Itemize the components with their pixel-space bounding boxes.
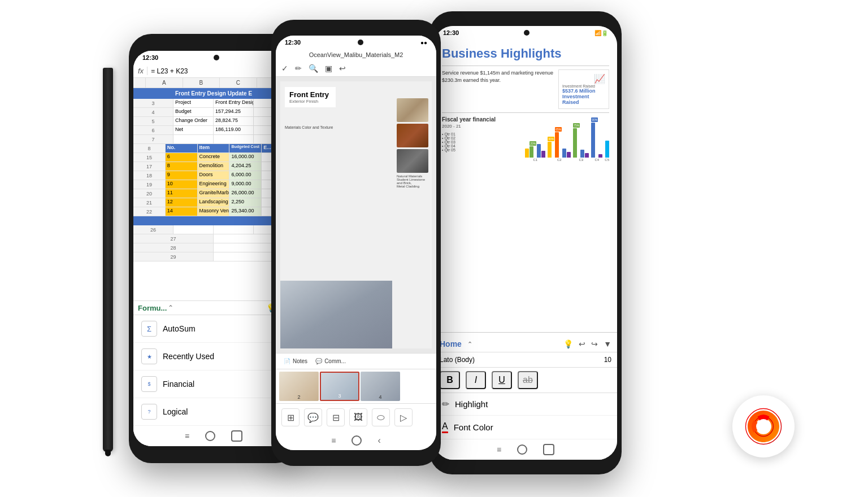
comment-icon[interactable]: 💬	[304, 408, 322, 426]
thumb-3[interactable]: 4	[361, 372, 400, 401]
home-bar-mid: ≡ ‹	[276, 431, 436, 450]
menu-item-autosum[interactable]: Σ AutoSum	[133, 315, 294, 343]
menu-item-financial[interactable]: $ Financial	[133, 370, 294, 398]
ppt-bottom-toolbar: ⊞ 💬 ⊟ 🖼 ⬭ ▷	[276, 403, 436, 431]
phone-word: 12:30 📶🔋 Business Highlights	[429, 11, 622, 474]
table-row: 18 9 Doors 6,000.00	[133, 171, 294, 180]
menu-item-logical[interactable]: ? Logical	[133, 398, 294, 426]
search-icon[interactable]: 🔍	[309, 64, 318, 73]
font-size[interactable]: 10	[604, 356, 611, 364]
table-icon[interactable]: ⊞	[281, 408, 300, 426]
word-doc-title: Business Highlights	[442, 46, 609, 61]
slide-main[interactable]: Front Entry Exterior Finish Materials Co…	[280, 81, 432, 348]
col-headers: A B C J	[133, 78, 294, 88]
italic-button[interactable]: I	[466, 371, 486, 389]
formula-bar[interactable]: fx = L23 + K23	[133, 64, 294, 78]
quarter-labels: • Qtr 01 • Qtr 02 • Qtr 03 • Qtr 04 • Qt…	[442, 132, 520, 152]
comments-button[interactable]: 💬 Comm...	[315, 358, 346, 364]
image-icon[interactable]: 🖼	[349, 408, 367, 426]
bar-label-c4: C4	[594, 158, 599, 162]
bar-label-c2: C2	[557, 158, 562, 162]
bar-group-c1: 20%	[525, 116, 545, 162]
lightbulb-icon-word[interactable]: 💡	[563, 339, 573, 348]
bar	[541, 151, 545, 158]
table-row: 28	[133, 243, 294, 252]
notes-label: Notes	[293, 358, 307, 364]
scene: 12:30 ●●● fx = L23 + K23 A B C	[0, 0, 868, 497]
word-tab-label[interactable]: Home	[440, 339, 462, 348]
notes-button[interactable]: 📄 Notes	[284, 358, 307, 364]
col-c[interactable]: C	[220, 78, 257, 88]
financial-icon: $	[141, 376, 157, 392]
highlight-row[interactable]: ✏ Highlight	[434, 393, 617, 416]
tab-chevron-word[interactable]: ⌃	[467, 341, 472, 348]
material-swatches: Natural MaterialsStudent Limestoneand Br…	[397, 98, 428, 188]
shape-icon[interactable]: ⬭	[372, 408, 390, 426]
bar-group-c2: 40% 65%	[548, 116, 571, 162]
home-circle-mid[interactable]	[351, 435, 362, 446]
autosum-label: AutoSum	[163, 324, 196, 333]
expand-icon-word[interactable]: ▼	[604, 339, 611, 348]
table-row: 21 12 Landscaping 2,250	[133, 198, 294, 207]
back-icon-mid[interactable]: ‹	[377, 435, 380, 446]
table-row: 26	[133, 225, 294, 234]
menu-icon-right[interactable]: ≡	[497, 445, 501, 454]
status-icons-mid: ●●	[420, 40, 427, 46]
menu-item-recently-used[interactable]: ★ Recently Used	[133, 343, 294, 370]
back-btn-right[interactable]	[543, 444, 554, 455]
natural-materials-label: Natural MaterialsStudent Limestoneand Br…	[397, 175, 428, 188]
fx-label: fx	[138, 67, 147, 75]
more-icon[interactable]: ▷	[394, 408, 413, 426]
undo-icon-mid[interactable]: ↩	[339, 64, 346, 73]
status-bar-mid: 12:30 ●●	[276, 36, 436, 49]
bold-button[interactable]: B	[440, 371, 460, 389]
table-row: 5 Change Order 28,824.75	[133, 117, 294, 126]
home-bar-left: ≡	[133, 426, 294, 446]
excel-data-table: 3 Project Front Entry Design 4 Budget 15…	[133, 99, 294, 300]
stone-swatch	[397, 98, 428, 122]
table-row: 17 8 Demolition 4,204.25	[133, 162, 294, 171]
row-num-3: 3	[133, 99, 173, 107]
bar-group-c4: 90% C4	[591, 116, 602, 162]
underline-button[interactable]: U	[492, 371, 512, 389]
bars-container: 20%	[525, 116, 609, 162]
bar-group-c5: C5	[605, 116, 609, 162]
bar-chart: 20%	[525, 116, 609, 162]
font-color-icon: A	[442, 421, 448, 433]
building-facade	[280, 281, 392, 348]
thumb-1[interactable]: 2	[279, 372, 319, 401]
bar	[530, 146, 533, 158]
col-b[interactable]: B	[183, 78, 220, 88]
excel-tab-bar[interactable]: Formu... ⌃ 💡 ↩	[133, 301, 294, 315]
status-time-left: 12:30	[142, 54, 158, 61]
home-circle-left[interactable]	[205, 431, 215, 441]
pen-icon[interactable]: ✏	[295, 64, 302, 73]
font-color-row[interactable]: A Font Color	[434, 416, 617, 439]
formula-text: = L23 + K23	[151, 67, 188, 75]
col-row-num	[133, 78, 146, 88]
present-icon[interactable]: ▣	[325, 64, 332, 73]
grid-icon[interactable]: ⊟	[327, 408, 345, 426]
status-time-right: 12:30	[443, 29, 459, 36]
highlight-icon: ✏	[442, 399, 449, 409]
notes-bar: 📄 Notes 💬 Comm...	[276, 353, 436, 369]
word-doc: Business Highlights Service revenue $1,1…	[434, 40, 617, 329]
col-a[interactable]: A	[146, 78, 183, 88]
tab-chevron[interactable]: ⌃	[168, 304, 173, 312]
undo-icon-word[interactable]: ↩	[579, 339, 585, 348]
font-name[interactable]: Lato (Body)	[440, 356, 600, 364]
back-btn-left[interactable]	[231, 430, 242, 442]
word-screen: 12:30 📶🔋 Business Highlights	[434, 26, 617, 460]
table-row: 3 Project Front Entry Design	[133, 99, 294, 108]
redo-icon-word[interactable]: ↪	[591, 339, 598, 348]
menu-icon-mid[interactable]: ≡	[331, 436, 336, 445]
menu-icon-left[interactable]: ≡	[185, 431, 189, 441]
strikethrough-button[interactable]: ab	[518, 371, 538, 389]
formula-tab-label[interactable]: Formu...	[138, 304, 167, 312]
fiscal-years: 2020 - 21	[442, 124, 520, 129]
home-circle-right[interactable]	[517, 444, 527, 455]
thumb-2[interactable]: 3	[320, 372, 359, 401]
checkmark-icon[interactable]: ✓	[281, 64, 288, 73]
slide-subtitle: Exterior Finish	[289, 99, 331, 104]
word-section-1: Service revenue $1,145m and marketing re…	[442, 69, 609, 109]
